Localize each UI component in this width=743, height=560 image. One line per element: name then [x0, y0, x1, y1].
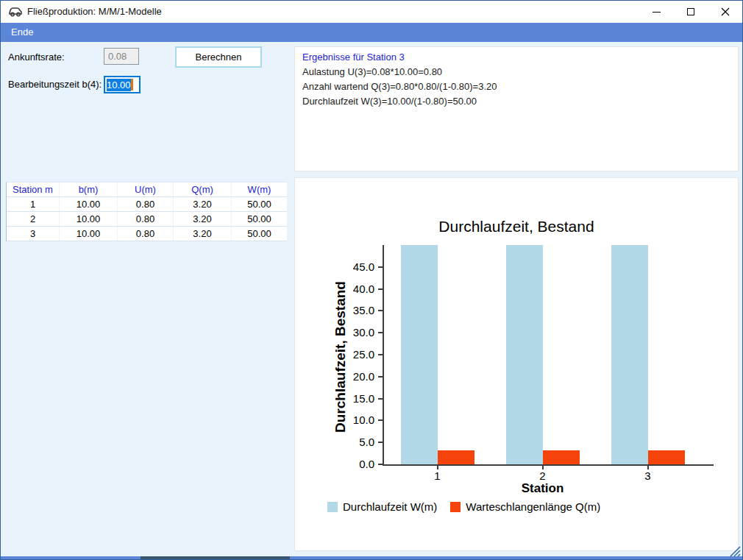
chart-legend: Durchlaufzeit W(m)Warteschlangenlänge Q(…	[327, 500, 600, 513]
y-tick-label: 25.0	[339, 348, 374, 361]
text-caret	[131, 79, 133, 91]
table-row[interactable]: 310.000.803.2050.00	[7, 227, 287, 241]
y-tick-label: 0.0	[339, 458, 374, 470]
y-axis-line	[383, 245, 384, 466]
bar-durchlaufzeit	[401, 245, 438, 464]
x-tick-label: 1	[423, 469, 452, 482]
window-bottom-frame	[1, 556, 743, 560]
legend-swatch	[327, 502, 338, 512]
y-tick-label: 5.0	[339, 436, 374, 448]
app-icon	[8, 7, 23, 17]
selected-text: 10.00	[107, 79, 131, 91]
table-cell: 3.20	[173, 212, 231, 226]
table-cell: 1	[7, 197, 59, 211]
y-tick-label: 40.0	[339, 283, 374, 295]
y-tick-mark	[378, 288, 383, 290]
table-cell: 2	[7, 212, 59, 226]
y-tick-mark	[378, 354, 383, 355]
y-tick-mark	[378, 376, 383, 378]
table-cell: 10.00	[59, 212, 117, 226]
y-tick-label: 45.0	[339, 260, 374, 273]
window-title: Fließproduktion: M/M/1-Modelle	[27, 6, 162, 17]
taskbar-segment	[141, 556, 290, 560]
table-cell: 0.80	[117, 197, 173, 211]
x-axis-line	[383, 464, 714, 466]
table-cell: 3	[7, 227, 59, 241]
table-cell: 10.00	[59, 227, 117, 241]
results-line: Durchlaufzeit W(3)=10.00/(1-0.80)=50.00	[302, 94, 730, 109]
y-tick-label: 30.0	[339, 326, 374, 339]
x-tick-label: 3	[633, 469, 663, 482]
y-tick-label: 35.0	[339, 304, 374, 316]
menu-bar: Ende	[1, 23, 742, 42]
y-tick-label: 15.0	[339, 392, 374, 405]
y-tick-mark	[378, 464, 383, 465]
table-cell: 50.00	[231, 197, 287, 211]
table-cell: 3.20	[173, 227, 231, 241]
legend-label: Warteschlangenlänge Q(m)	[466, 500, 600, 513]
calculate-button[interactable]: Berechnen	[175, 46, 262, 68]
table-cell: 3.20	[173, 197, 231, 211]
arrival-rate-label: Ankunftsrate:	[8, 52, 65, 63]
service-time-label: Bearbeitungszeit b(4):	[8, 79, 102, 90]
bar-warteschlange	[438, 450, 474, 464]
bar-warteschlange	[648, 450, 685, 464]
table-cell: 50.00	[231, 212, 287, 226]
y-tick-mark	[378, 266, 383, 268]
y-tick-mark	[378, 310, 383, 311]
results-lines: Aulastung U(3)=0.08*10.00=0.80Anzahl war…	[302, 65, 730, 109]
table-header-cell[interactable]: b(m)	[59, 182, 117, 196]
y-tick-label: 20.0	[339, 370, 374, 383]
legend-item: Warteschlangenlänge Q(m)	[450, 500, 600, 513]
table-cell: 10.00	[59, 197, 117, 211]
table-header-cell[interactable]: Station m	[7, 182, 59, 196]
bar-durchlaufzeit	[611, 245, 648, 464]
arrival-rate-input[interactable]: 0.08	[104, 48, 139, 65]
app-window: Fließproduktion: M/M/1-Modelle Ende Anku…	[0, 0, 743, 560]
maximize-button[interactable]	[674, 1, 708, 23]
resize-grip[interactable]	[728, 544, 741, 557]
maximize-icon	[687, 8, 694, 15]
y-tick-mark	[378, 332, 383, 333]
table-cell: 0.80	[117, 212, 173, 226]
y-tick-mark	[378, 419, 383, 421]
results-line: Aulastung U(3)=0.08*10.00=0.80	[302, 65, 730, 79]
table-row[interactable]: 110.000.803.2050.00	[7, 197, 287, 212]
minimize-button[interactable]	[639, 1, 673, 23]
table-header-cell[interactable]: Q(m)	[173, 182, 231, 196]
table-row[interactable]: 210.000.803.2050.00	[7, 212, 287, 227]
x-axis-label: Station	[385, 481, 700, 496]
close-icon	[721, 7, 730, 16]
table-cell: 50.00	[231, 227, 287, 241]
table-header-cell[interactable]: W(m)	[231, 182, 287, 196]
legend-item: Durchlaufzeit W(m)	[327, 500, 437, 513]
bar-warteschlange	[543, 450, 580, 464]
x-tick-label: 2	[528, 469, 558, 482]
results-title: Ergebnisse für Station 3	[302, 50, 730, 65]
legend-swatch	[450, 502, 461, 512]
y-tick-label: 10.0	[339, 414, 374, 426]
table-cell: 0.80	[117, 227, 173, 241]
results-line: Anzahl wartend Q(3)=0.80*0.80/(1-0.80)=3…	[302, 79, 730, 94]
minimize-icon	[653, 12, 661, 13]
table-header-row[interactable]: Station mb(m)U(m)Q(m)W(m)	[7, 182, 287, 197]
chart-panel: Durchlaufzeit, Bestand Durchlaufzeit, Be…	[294, 177, 739, 551]
legend-label: Durchlaufzeit W(m)	[343, 500, 437, 513]
y-tick-mark	[378, 398, 383, 400]
menu-item-ende[interactable]: Ende	[1, 23, 43, 42]
stations-table: Station mb(m)U(m)Q(m)W(m)110.000.803.205…	[6, 182, 287, 241]
title-bar: Fließproduktion: M/M/1-Modelle	[1, 1, 742, 23]
bar-durchlaufzeit	[506, 245, 543, 464]
results-panel: Ergebnisse für Station 3 Aulastung U(3)=…	[294, 46, 739, 171]
y-tick-mark	[378, 442, 383, 443]
close-button[interactable]	[708, 1, 742, 23]
table-header-cell[interactable]: U(m)	[117, 182, 173, 196]
service-time-input[interactable]: 10.00	[104, 76, 141, 93]
chart-title: Durchlaufzeit, Bestand	[295, 218, 738, 235]
